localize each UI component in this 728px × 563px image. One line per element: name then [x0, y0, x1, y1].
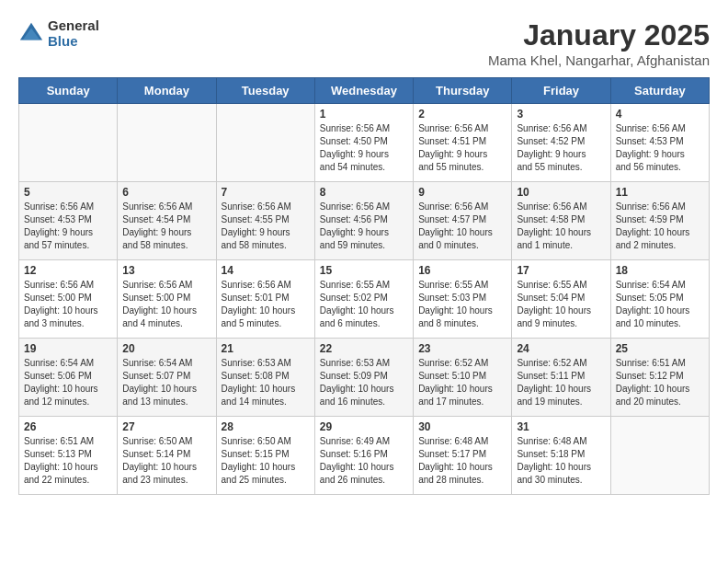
day-number: 27 [122, 420, 210, 433]
day-info: Sunrise: 6:56 AM Sunset: 4:52 PM Dayligh… [517, 122, 605, 174]
day-number: 17 [517, 264, 605, 277]
calendar-cell [216, 104, 314, 182]
day-number: 8 [320, 186, 408, 199]
day-info: Sunrise: 6:56 AM Sunset: 4:50 PM Dayligh… [320, 122, 408, 174]
week-row-5: 26Sunrise: 6:51 AM Sunset: 5:13 PM Dayli… [19, 417, 710, 495]
day-info: Sunrise: 6:54 AM Sunset: 5:06 PM Dayligh… [24, 357, 112, 408]
calendar-cell: 23Sunrise: 6:52 AM Sunset: 5:10 PM Dayli… [414, 339, 512, 417]
calendar-cell: 30Sunrise: 6:48 AM Sunset: 5:17 PM Dayli… [414, 417, 512, 495]
calendar-cell: 5Sunrise: 6:56 AM Sunset: 4:53 PM Daylig… [19, 182, 118, 260]
day-number: 18 [616, 264, 704, 277]
calendar-cell: 12Sunrise: 6:56 AM Sunset: 5:00 PM Dayli… [19, 260, 118, 339]
day-info: Sunrise: 6:55 AM Sunset: 5:02 PM Dayligh… [320, 279, 408, 330]
day-number: 21 [222, 342, 310, 355]
day-info: Sunrise: 6:56 AM Sunset: 5:00 PM Dayligh… [24, 279, 112, 330]
day-info: Sunrise: 6:53 AM Sunset: 5:09 PM Dayligh… [320, 357, 408, 408]
day-info: Sunrise: 6:52 AM Sunset: 5:11 PM Dayligh… [517, 357, 605, 408]
day-info: Sunrise: 6:54 AM Sunset: 5:07 PM Dayligh… [122, 357, 210, 408]
day-info: Sunrise: 6:53 AM Sunset: 5:08 PM Dayligh… [222, 357, 310, 408]
logo-icon [18, 21, 44, 47]
day-number: 23 [418, 342, 506, 355]
day-info: Sunrise: 6:55 AM Sunset: 5:04 PM Dayligh… [517, 279, 605, 330]
logo: General Blue [18, 18, 99, 49]
day-info: Sunrise: 6:55 AM Sunset: 5:03 PM Dayligh… [418, 279, 506, 330]
day-number: 1 [320, 108, 408, 121]
day-info: Sunrise: 6:56 AM Sunset: 4:57 PM Dayligh… [418, 201, 506, 252]
calendar-cell: 7Sunrise: 6:56 AM Sunset: 4:55 PM Daylig… [216, 182, 314, 260]
day-number: 30 [418, 420, 506, 433]
calendar-cell: 22Sunrise: 6:53 AM Sunset: 5:09 PM Dayli… [314, 339, 413, 417]
day-number: 12 [24, 264, 112, 277]
day-number: 7 [222, 186, 310, 199]
day-number: 15 [320, 264, 408, 277]
week-row-4: 19Sunrise: 6:54 AM Sunset: 5:06 PM Dayli… [19, 339, 710, 417]
calendar-cell: 2Sunrise: 6:56 AM Sunset: 4:51 PM Daylig… [414, 104, 512, 182]
day-header-tuesday: Tuesday [216, 78, 314, 104]
day-number: 5 [24, 186, 112, 199]
day-info: Sunrise: 6:50 AM Sunset: 5:14 PM Dayligh… [122, 435, 210, 487]
day-number: 31 [517, 420, 605, 433]
calendar-cell: 29Sunrise: 6:49 AM Sunset: 5:16 PM Dayli… [314, 417, 413, 495]
day-info: Sunrise: 6:56 AM Sunset: 4:54 PM Dayligh… [122, 201, 210, 252]
day-header-saturday: Saturday [610, 78, 709, 104]
day-number: 16 [418, 264, 506, 277]
calendar-cell: 21Sunrise: 6:53 AM Sunset: 5:08 PM Dayli… [216, 339, 314, 417]
day-number: 24 [517, 342, 605, 355]
day-number: 28 [222, 420, 310, 433]
day-number: 20 [122, 342, 210, 355]
calendar-title: January 2025 [488, 18, 710, 52]
day-header-monday: Monday [118, 78, 216, 104]
day-info: Sunrise: 6:51 AM Sunset: 5:12 PM Dayligh… [616, 357, 704, 408]
calendar-cell: 1Sunrise: 6:56 AM Sunset: 4:50 PM Daylig… [314, 104, 413, 182]
title-block: January 2025 Mama Khel, Nangarhar, Afgha… [488, 18, 710, 68]
day-info: Sunrise: 6:56 AM Sunset: 4:53 PM Dayligh… [24, 201, 112, 252]
calendar-cell: 6Sunrise: 6:56 AM Sunset: 4:54 PM Daylig… [118, 182, 216, 260]
day-info: Sunrise: 6:56 AM Sunset: 4:58 PM Dayligh… [517, 201, 605, 252]
calendar-cell: 28Sunrise: 6:50 AM Sunset: 5:15 PM Dayli… [216, 417, 314, 495]
calendar-cell: 17Sunrise: 6:55 AM Sunset: 5:04 PM Dayli… [512, 260, 610, 339]
calendar-cell: 31Sunrise: 6:48 AM Sunset: 5:18 PM Dayli… [512, 417, 610, 495]
calendar-cell: 15Sunrise: 6:55 AM Sunset: 5:02 PM Dayli… [314, 260, 413, 339]
calendar-cell: 26Sunrise: 6:51 AM Sunset: 5:13 PM Dayli… [19, 417, 118, 495]
day-number: 11 [616, 186, 704, 199]
calendar-subtitle: Mama Khel, Nangarhar, Afghanistan [488, 52, 710, 68]
day-number: 10 [517, 186, 605, 199]
calendar-table: SundayMondayTuesdayWednesdayThursdayFrid… [18, 77, 710, 495]
calendar-cell: 10Sunrise: 6:56 AM Sunset: 4:58 PM Dayli… [512, 182, 610, 260]
calendar-cell: 25Sunrise: 6:51 AM Sunset: 5:12 PM Dayli… [610, 339, 709, 417]
day-number: 6 [122, 186, 210, 199]
day-info: Sunrise: 6:52 AM Sunset: 5:10 PM Dayligh… [418, 357, 506, 408]
calendar-cell: 13Sunrise: 6:56 AM Sunset: 5:00 PM Dayli… [118, 260, 216, 339]
day-info: Sunrise: 6:56 AM Sunset: 4:55 PM Dayligh… [222, 201, 310, 252]
day-number: 25 [616, 342, 704, 355]
day-info: Sunrise: 6:54 AM Sunset: 5:05 PM Dayligh… [616, 279, 704, 330]
page-header: General Blue January 2025 Mama Khel, Nan… [18, 18, 710, 68]
day-info: Sunrise: 6:56 AM Sunset: 5:00 PM Dayligh… [122, 279, 210, 330]
day-number: 19 [24, 342, 112, 355]
day-info: Sunrise: 6:56 AM Sunset: 4:53 PM Dayligh… [616, 122, 704, 174]
day-info: Sunrise: 6:49 AM Sunset: 5:16 PM Dayligh… [320, 435, 408, 487]
day-info: Sunrise: 6:48 AM Sunset: 5:18 PM Dayligh… [517, 435, 605, 487]
day-header-sunday: Sunday [19, 78, 118, 104]
day-info: Sunrise: 6:50 AM Sunset: 5:15 PM Dayligh… [222, 435, 310, 487]
calendar-cell: 14Sunrise: 6:56 AM Sunset: 5:01 PM Dayli… [216, 260, 314, 339]
day-info: Sunrise: 6:48 AM Sunset: 5:17 PM Dayligh… [418, 435, 506, 487]
calendar-cell [610, 417, 709, 495]
day-header-wednesday: Wednesday [314, 78, 413, 104]
day-info: Sunrise: 6:56 AM Sunset: 4:56 PM Dayligh… [320, 201, 408, 252]
calendar-cell: 24Sunrise: 6:52 AM Sunset: 5:11 PM Dayli… [512, 339, 610, 417]
week-row-2: 5Sunrise: 6:56 AM Sunset: 4:53 PM Daylig… [19, 182, 710, 260]
day-header-friday: Friday [512, 78, 610, 104]
calendar-cell: 20Sunrise: 6:54 AM Sunset: 5:07 PM Dayli… [118, 339, 216, 417]
day-number: 9 [418, 186, 506, 199]
day-info: Sunrise: 6:56 AM Sunset: 5:01 PM Dayligh… [222, 279, 310, 330]
day-number: 26 [24, 420, 112, 433]
day-number: 3 [517, 108, 605, 121]
calendar-cell: 9Sunrise: 6:56 AM Sunset: 4:57 PM Daylig… [414, 182, 512, 260]
calendar-cell: 27Sunrise: 6:50 AM Sunset: 5:14 PM Dayli… [118, 417, 216, 495]
day-number: 13 [122, 264, 210, 277]
logo-general-text: General [48, 18, 99, 34]
day-number: 22 [320, 342, 408, 355]
week-row-3: 12Sunrise: 6:56 AM Sunset: 5:00 PM Dayli… [19, 260, 710, 339]
day-number: 2 [418, 108, 506, 121]
